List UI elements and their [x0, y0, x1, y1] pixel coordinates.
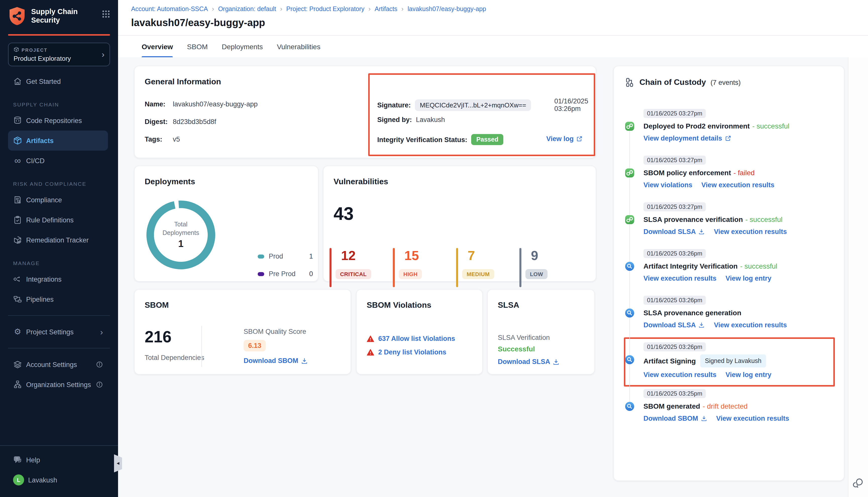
severity-medium: 7 MEDIUM	[456, 248, 516, 288]
general-information-card: General Information Name:lavakush07/easy…	[134, 66, 596, 158]
layers-icon	[13, 360, 22, 369]
artifacts-box-icon	[13, 136, 22, 145]
download-slsa-link[interactable]: Download SLSA	[643, 228, 705, 236]
sidebar-item-help[interactable]: ? Help	[8, 450, 108, 470]
sidebar-item-label: Get Started	[26, 77, 61, 85]
sidebar-item-cicd[interactable]: ∞ CI/CD	[8, 151, 108, 171]
chain-events-count: (7 events)	[711, 79, 741, 86]
view-execution-results-link[interactable]: View execution results	[716, 415, 789, 422]
download-sbom-link[interactable]: Download SBOM	[643, 415, 707, 422]
sidebar-item-label: Integrations	[26, 275, 61, 283]
sidebar-item-project-settings[interactable]: ⚙ Project Settings ›	[8, 322, 108, 342]
sidebar-item-code-repositories[interactable]: Code Repositories	[8, 111, 108, 130]
external-link-icon	[576, 136, 583, 142]
tab-deployments[interactable]: Deployments	[222, 36, 263, 58]
view-violations-link[interactable]: View violations	[643, 181, 692, 189]
vulnerabilities-total: 43	[334, 203, 354, 224]
sidebar-item-artifacts[interactable]: Artifacts	[8, 130, 108, 151]
sidebar-item-label: Artifacts	[26, 137, 54, 144]
view-execution-results-link[interactable]: View execution results	[714, 321, 787, 329]
doc-search-icon	[13, 195, 22, 204]
tab-bar: Overview SBOM Deployments Vulnerabilitie…	[118, 36, 868, 58]
info-icon[interactable]	[96, 361, 103, 368]
breadcrumb-project[interactable]: Project: Product Exploratory	[286, 5, 364, 12]
chain-events-list: 01/16/2025 03:27pm Deployed to Prod2 env…	[625, 109, 833, 435]
severity-bar	[519, 248, 521, 287]
user-name: Lavakush	[28, 476, 57, 484]
card-title: Vulnerabilities	[334, 177, 388, 186]
view-log-entry-link[interactable]: View log entry	[726, 371, 772, 379]
event-title: Deployed to Prod2 environment	[643, 121, 750, 131]
event-status: - successful	[740, 261, 777, 271]
sidebar-item-account-settings[interactable]: Account Settings	[8, 354, 108, 374]
card-title: Deployments	[145, 177, 195, 186]
view-execution-results-link[interactable]: View execution results	[643, 274, 716, 282]
card-title: SBOM	[145, 301, 169, 310]
chain-event-sbom-generated: 01/16/2025 03:25pm SBOM generated- drift…	[625, 388, 833, 426]
sidebar-item-pipelines[interactable]: Pipelines	[8, 289, 108, 309]
sidebar-item-label: Code Repositories	[26, 117, 82, 124]
page-title: lavakush07/easy-buggy-app	[118, 13, 868, 35]
event-timestamp: 01/16/2025 03:26pm	[643, 342, 706, 351]
chevron-right-icon: ›	[100, 328, 103, 336]
project-label: PROJECT	[22, 47, 47, 53]
card-title: SBOM Violations	[367, 301, 431, 310]
sbom-total: 216	[145, 328, 171, 346]
support-chat-icon[interactable]	[851, 477, 865, 492]
download-sbom-link[interactable]: Download SBOM	[243, 357, 308, 365]
tab-overview[interactable]: Overview	[142, 36, 173, 58]
severity-count: 15	[404, 248, 419, 264]
tab-vulnerabilities[interactable]: Vulnerabilities	[277, 36, 320, 58]
org-chart-icon	[13, 380, 22, 389]
right-gutter	[848, 57, 868, 497]
apps-grid-icon[interactable]	[102, 6, 110, 20]
breadcrumb-account[interactable]: Account: Automation-SSCA	[131, 5, 208, 12]
event-timestamp: 01/16/2025 03:26pm	[643, 249, 706, 258]
severity-critical: 12 CRITICAL	[330, 248, 390, 288]
breadcrumb-organization[interactable]: Organization: default	[218, 5, 276, 12]
sidebar-item-get-started[interactable]: Get Started	[8, 71, 108, 91]
sidebar-item-rule-definitions[interactable]: Rule Definitions	[8, 210, 108, 230]
view-log-entry-link[interactable]: View log entry	[726, 274, 772, 282]
severity-badge: MEDIUM	[462, 269, 494, 279]
scan-search-icon	[625, 402, 634, 411]
warning-icon	[367, 335, 374, 342]
svg-text:?: ?	[16, 457, 18, 460]
tab-sbom[interactable]: SBOM	[187, 36, 208, 58]
sidebar-item-user[interactable]: L Lavakush	[8, 470, 108, 490]
project-selector[interactable]: PROJECT Product Exploratory ›	[8, 43, 110, 66]
download-slsa-link[interactable]: Download SLSA	[498, 358, 560, 366]
deny-list-violations-link[interactable]: 2 Deny list Violations	[378, 349, 446, 356]
breadcrumb-sep-icon: ›	[212, 5, 214, 13]
download-slsa-link[interactable]: Download SLSA	[643, 321, 705, 329]
severity-badge: CRITICAL	[336, 269, 371, 279]
sidebar-item-label: Remediation Tracker	[26, 236, 89, 244]
sidebar-bottom: ? Help L Lavakush	[0, 445, 118, 497]
infinity-icon: ∞	[13, 156, 22, 165]
download-icon	[701, 415, 707, 422]
event-timestamp: 01/16/2025 03:26pm	[643, 296, 706, 305]
view-execution-results-link[interactable]: View execution results	[643, 371, 716, 379]
deploy-link-icon	[625, 168, 634, 178]
info-icon[interactable]	[96, 381, 103, 388]
severity-low: 9 LOW	[519, 248, 580, 288]
sidebar-item-label: Account Settings	[26, 361, 77, 368]
allow-list-violations-link[interactable]: 637 Allow list Violations	[378, 335, 455, 342]
sidebar-item-label: CI/CD	[26, 157, 45, 165]
slsa-verification-label: SLSA Verification	[498, 334, 550, 341]
card-title: General Information	[145, 77, 221, 86]
view-execution-results-link[interactable]: View execution results	[714, 228, 787, 236]
view-execution-results-link[interactable]: View execution results	[701, 181, 774, 189]
view-deployment-details-link[interactable]: View deployment details	[643, 134, 731, 142]
box-patch-icon	[13, 236, 22, 244]
sidebar-item-remediation-tracker[interactable]: Remediation Tracker	[8, 230, 108, 250]
view-log-link[interactable]: View log	[546, 135, 583, 143]
sbom-violations-card: SBOM Violations 637 Allow list Violation…	[356, 289, 483, 374]
chevron-right-icon: ›	[102, 50, 104, 59]
gear-icon: ⚙	[13, 327, 22, 336]
sidebar-item-compliance[interactable]: Compliance	[8, 190, 108, 210]
breadcrumb-current[interactable]: lavakush07/easy-buggy-app	[408, 5, 486, 12]
sidebar-item-integrations[interactable]: Integrations	[8, 269, 108, 289]
sidebar-item-organization-settings[interactable]: Organization Settings	[8, 374, 108, 395]
breadcrumb-artifacts[interactable]: Artifacts	[375, 5, 397, 12]
